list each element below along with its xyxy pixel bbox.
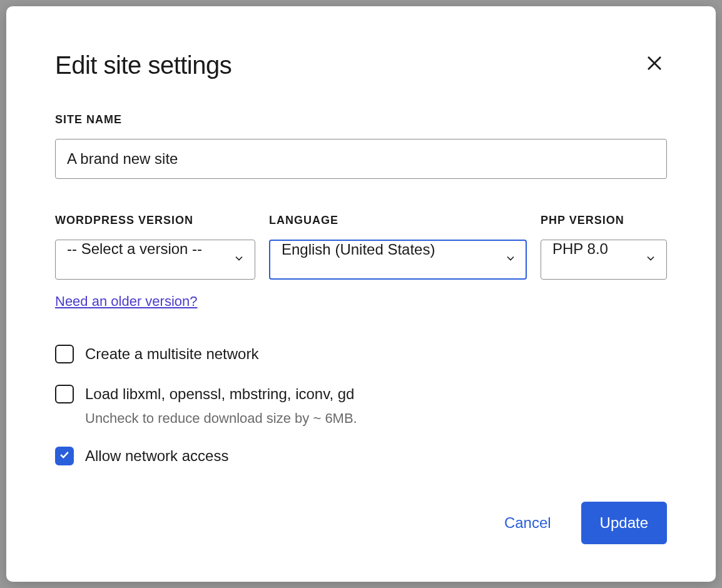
modal-footer: Cancel Update xyxy=(55,477,667,544)
extensions-help: Uncheck to reduce download size by ~ 6MB… xyxy=(85,410,357,427)
network-label: Allow network access xyxy=(85,445,228,467)
wordpress-version-field: WORDPRESS VERSION -- Select a version --… xyxy=(55,214,255,310)
version-row: WORDPRESS VERSION -- Select a version --… xyxy=(55,214,667,310)
modal-title: Edit site settings xyxy=(55,51,231,79)
checkbox-group: Create a multisite network Load libxml, … xyxy=(55,343,667,467)
site-name-label: SITE NAME xyxy=(55,113,667,126)
php-version-field: PHP VERSION PHP 8.0 xyxy=(541,214,667,310)
older-version-link[interactable]: Need an older version? xyxy=(55,293,197,310)
network-row: Allow network access xyxy=(55,445,667,467)
close-icon xyxy=(645,54,664,74)
network-checkbox[interactable] xyxy=(55,447,74,465)
extensions-row: Load libxml, openssl, mbstring, iconv, g… xyxy=(55,383,667,427)
extensions-label: Load libxml, openssl, mbstring, iconv, g… xyxy=(85,383,357,405)
site-name-field: SITE NAME xyxy=(55,113,667,179)
language-select[interactable]: English (United States) xyxy=(269,240,527,280)
wordpress-version-select[interactable]: -- Select a version -- xyxy=(55,240,255,280)
language-label: LANGUAGE xyxy=(269,214,527,227)
language-field: LANGUAGE English (United States) xyxy=(269,214,527,310)
modal-header: Edit site settings xyxy=(55,51,667,79)
multisite-label: Create a multisite network xyxy=(85,343,258,365)
cancel-button[interactable]: Cancel xyxy=(499,504,556,542)
wordpress-version-label: WORDPRESS VERSION xyxy=(55,214,255,227)
multisite-checkbox[interactable] xyxy=(55,345,74,363)
close-button[interactable] xyxy=(642,51,667,76)
php-version-label: PHP VERSION xyxy=(541,214,667,227)
multisite-row: Create a multisite network xyxy=(55,343,667,365)
extensions-checkbox[interactable] xyxy=(55,385,74,403)
site-name-input[interactable] xyxy=(55,139,667,179)
update-button[interactable]: Update xyxy=(581,502,667,544)
edit-site-settings-modal: Edit site settings SITE NAME WORDPRESS V… xyxy=(6,6,716,582)
check-icon xyxy=(58,449,71,464)
php-version-select[interactable]: PHP 8.0 xyxy=(541,240,667,280)
